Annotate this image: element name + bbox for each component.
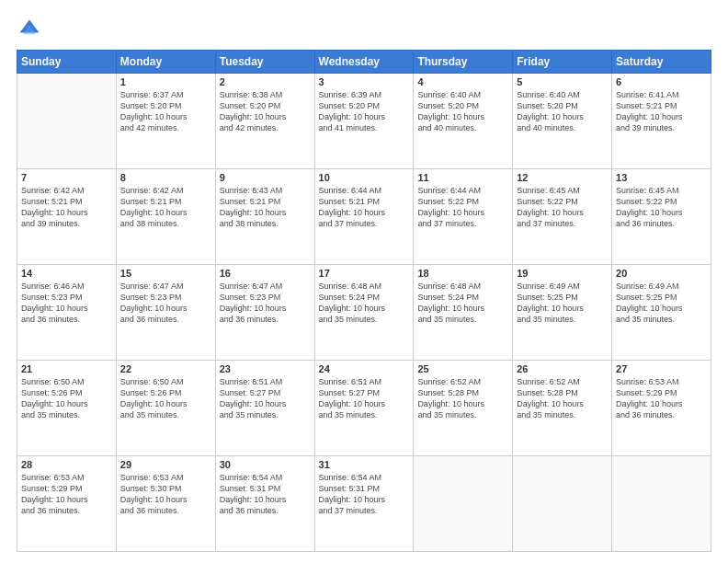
day-number: 22	[120, 363, 211, 374]
day-info: Sunrise: 6:50 AM Sunset: 5:26 PM Dayligh…	[21, 376, 112, 421]
calendar-cell: 10Sunrise: 6:44 AM Sunset: 5:21 PM Dayli…	[314, 169, 414, 265]
day-info: Sunrise: 6:37 AM Sunset: 5:20 PM Dayligh…	[120, 89, 211, 134]
day-number: 21	[21, 363, 112, 374]
calendar-header-friday: Friday	[513, 51, 612, 74]
calendar-cell: 20Sunrise: 6:49 AM Sunset: 5:25 PM Dayli…	[612, 265, 711, 361]
day-number: 23	[220, 363, 311, 374]
calendar-header-monday: Monday	[116, 51, 215, 74]
calendar-header-row: SundayMondayTuesdayWednesdayThursdayFrid…	[17, 51, 711, 74]
day-number: 29	[120, 459, 211, 470]
calendar-week-row: 1Sunrise: 6:37 AM Sunset: 5:20 PM Daylig…	[17, 74, 711, 169]
calendar-header-sunday: Sunday	[17, 51, 117, 74]
calendar-cell: 24Sunrise: 6:51 AM Sunset: 5:27 PM Dayli…	[314, 361, 414, 456]
day-number: 30	[220, 459, 311, 470]
calendar-header-wednesday: Wednesday	[314, 51, 414, 74]
day-info: Sunrise: 6:46 AM Sunset: 5:23 PM Dayligh…	[21, 281, 112, 326]
calendar-cell: 7Sunrise: 6:42 AM Sunset: 5:21 PM Daylig…	[17, 169, 117, 265]
calendar-cell: 5Sunrise: 6:40 AM Sunset: 5:20 PM Daylig…	[513, 74, 612, 169]
calendar-header-thursday: Thursday	[414, 51, 513, 74]
day-number: 8	[120, 172, 211, 183]
calendar-cell: 18Sunrise: 6:48 AM Sunset: 5:24 PM Dayli…	[414, 265, 513, 361]
calendar-cell: 25Sunrise: 6:52 AM Sunset: 5:28 PM Dayli…	[414, 361, 513, 456]
day-info: Sunrise: 6:54 AM Sunset: 5:31 PM Dayligh…	[220, 472, 311, 517]
day-info: Sunrise: 6:45 AM Sunset: 5:22 PM Dayligh…	[616, 185, 707, 230]
day-number: 12	[517, 172, 608, 183]
calendar-cell: 22Sunrise: 6:50 AM Sunset: 5:26 PM Dayli…	[116, 361, 215, 456]
day-info: Sunrise: 6:48 AM Sunset: 5:24 PM Dayligh…	[417, 281, 508, 326]
calendar-cell: 21Sunrise: 6:50 AM Sunset: 5:26 PM Dayli…	[17, 361, 117, 456]
day-info: Sunrise: 6:44 AM Sunset: 5:22 PM Dayligh…	[417, 185, 508, 230]
day-info: Sunrise: 6:45 AM Sunset: 5:22 PM Dayligh…	[517, 185, 608, 230]
calendar-cell: 16Sunrise: 6:47 AM Sunset: 5:23 PM Dayli…	[215, 265, 314, 361]
calendar-cell: 15Sunrise: 6:47 AM Sunset: 5:23 PM Dayli…	[116, 265, 215, 361]
calendar-cell: 17Sunrise: 6:48 AM Sunset: 5:24 PM Dayli…	[314, 265, 414, 361]
day-info: Sunrise: 6:38 AM Sunset: 5:20 PM Dayligh…	[220, 89, 311, 134]
day-info: Sunrise: 6:49 AM Sunset: 5:25 PM Dayligh…	[517, 281, 608, 326]
day-info: Sunrise: 6:50 AM Sunset: 5:26 PM Dayligh…	[120, 376, 211, 421]
day-number: 3	[319, 76, 410, 87]
day-number: 10	[319, 172, 410, 183]
day-number: 19	[517, 268, 608, 279]
day-number: 18	[417, 268, 508, 279]
calendar-cell	[17, 74, 117, 169]
day-number: 25	[417, 363, 508, 374]
calendar-cell: 9Sunrise: 6:43 AM Sunset: 5:21 PM Daylig…	[215, 169, 314, 265]
day-number: 26	[517, 363, 608, 374]
calendar-cell: 28Sunrise: 6:53 AM Sunset: 5:29 PM Dayli…	[17, 456, 117, 552]
calendar-header-tuesday: Tuesday	[215, 51, 314, 74]
day-info: Sunrise: 6:48 AM Sunset: 5:24 PM Dayligh…	[319, 281, 410, 326]
calendar-cell	[414, 456, 513, 552]
calendar-header-saturday: Saturday	[612, 51, 711, 74]
day-number: 13	[616, 172, 707, 183]
day-number: 1	[120, 76, 211, 87]
day-number: 11	[417, 172, 508, 183]
day-info: Sunrise: 6:53 AM Sunset: 5:30 PM Dayligh…	[120, 472, 211, 517]
day-number: 4	[417, 76, 508, 87]
day-number: 7	[21, 172, 112, 183]
calendar-cell: 31Sunrise: 6:54 AM Sunset: 5:31 PM Dayli…	[314, 456, 414, 552]
day-number: 28	[21, 459, 112, 470]
day-number: 27	[616, 363, 707, 374]
day-number: 5	[517, 76, 608, 87]
day-number: 6	[616, 76, 707, 87]
calendar-cell: 14Sunrise: 6:46 AM Sunset: 5:23 PM Dayli…	[17, 265, 117, 361]
day-number: 24	[319, 363, 410, 374]
day-info: Sunrise: 6:43 AM Sunset: 5:21 PM Dayligh…	[220, 185, 311, 230]
day-info: Sunrise: 6:52 AM Sunset: 5:28 PM Dayligh…	[517, 376, 608, 421]
day-number: 14	[21, 268, 112, 279]
calendar-week-row: 21Sunrise: 6:50 AM Sunset: 5:26 PM Dayli…	[17, 361, 711, 456]
day-info: Sunrise: 6:44 AM Sunset: 5:21 PM Dayligh…	[319, 185, 410, 230]
day-number: 17	[319, 268, 410, 279]
day-info: Sunrise: 6:51 AM Sunset: 5:27 PM Dayligh…	[319, 376, 410, 421]
calendar-week-row: 7Sunrise: 6:42 AM Sunset: 5:21 PM Daylig…	[17, 169, 711, 265]
day-info: Sunrise: 6:53 AM Sunset: 5:29 PM Dayligh…	[616, 376, 707, 421]
calendar-cell: 30Sunrise: 6:54 AM Sunset: 5:31 PM Dayli…	[215, 456, 314, 552]
day-info: Sunrise: 6:40 AM Sunset: 5:20 PM Dayligh…	[517, 89, 608, 134]
calendar-cell: 2Sunrise: 6:38 AM Sunset: 5:20 PM Daylig…	[215, 74, 314, 169]
calendar-cell: 4Sunrise: 6:40 AM Sunset: 5:20 PM Daylig…	[414, 74, 513, 169]
logo	[17, 17, 46, 42]
logo-icon	[17, 17, 42, 42]
day-info: Sunrise: 6:47 AM Sunset: 5:23 PM Dayligh…	[220, 281, 311, 326]
day-info: Sunrise: 6:39 AM Sunset: 5:20 PM Dayligh…	[319, 89, 410, 134]
day-info: Sunrise: 6:41 AM Sunset: 5:21 PM Dayligh…	[616, 89, 707, 134]
day-info: Sunrise: 6:47 AM Sunset: 5:23 PM Dayligh…	[120, 281, 211, 326]
calendar-cell: 23Sunrise: 6:51 AM Sunset: 5:27 PM Dayli…	[215, 361, 314, 456]
calendar-cell: 1Sunrise: 6:37 AM Sunset: 5:20 PM Daylig…	[116, 74, 215, 169]
calendar-cell: 12Sunrise: 6:45 AM Sunset: 5:22 PM Dayli…	[513, 169, 612, 265]
day-info: Sunrise: 6:54 AM Sunset: 5:31 PM Dayligh…	[319, 472, 410, 517]
calendar-cell: 29Sunrise: 6:53 AM Sunset: 5:30 PM Dayli…	[116, 456, 215, 552]
day-info: Sunrise: 6:51 AM Sunset: 5:27 PM Dayligh…	[220, 376, 311, 421]
calendar-cell: 11Sunrise: 6:44 AM Sunset: 5:22 PM Dayli…	[414, 169, 513, 265]
calendar-cell: 13Sunrise: 6:45 AM Sunset: 5:22 PM Dayli…	[612, 169, 711, 265]
calendar-cell: 26Sunrise: 6:52 AM Sunset: 5:28 PM Dayli…	[513, 361, 612, 456]
calendar-cell: 19Sunrise: 6:49 AM Sunset: 5:25 PM Dayli…	[513, 265, 612, 361]
day-info: Sunrise: 6:49 AM Sunset: 5:25 PM Dayligh…	[616, 281, 707, 326]
day-info: Sunrise: 6:42 AM Sunset: 5:21 PM Dayligh…	[120, 185, 211, 230]
calendar-cell: 8Sunrise: 6:42 AM Sunset: 5:21 PM Daylig…	[116, 169, 215, 265]
calendar-cell: 3Sunrise: 6:39 AM Sunset: 5:20 PM Daylig…	[314, 74, 414, 169]
day-number: 20	[616, 268, 707, 279]
calendar-cell: 27Sunrise: 6:53 AM Sunset: 5:29 PM Dayli…	[612, 361, 711, 456]
day-info: Sunrise: 6:52 AM Sunset: 5:28 PM Dayligh…	[417, 376, 508, 421]
day-number: 15	[120, 268, 211, 279]
